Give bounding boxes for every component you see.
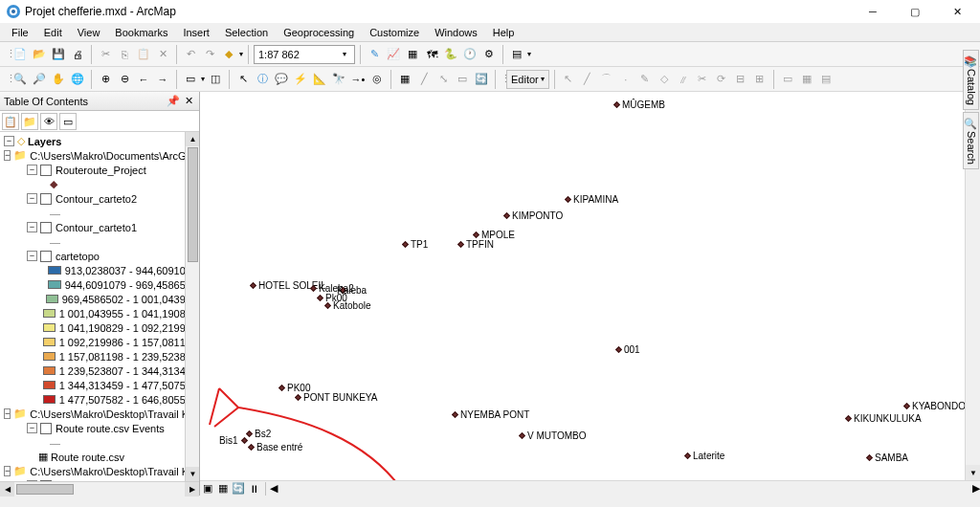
scale-input[interactable] [258, 49, 343, 60]
ed-cut-icon[interactable]: ✂ [694, 71, 711, 88]
fixed-zoom-in-icon[interactable]: ⊕ [97, 71, 114, 88]
map-point[interactable]: Bs2 [247, 431, 252, 436]
forward-icon[interactable]: → [154, 71, 171, 88]
copy-icon[interactable]: ⎘ [116, 46, 133, 63]
close-button[interactable]: ✕ [940, 2, 974, 21]
ed-attr-icon[interactable]: ▭ [779, 71, 796, 88]
map-point[interactable]: Base entré [249, 445, 254, 450]
menu-view[interactable]: View [72, 25, 106, 40]
save-icon[interactable]: 💾 [50, 46, 67, 63]
toc-tab-source[interactable]: 📁 [21, 113, 38, 130]
toc-scrollbar-h[interactable]: ◀ ▶ [0, 481, 199, 496]
select-icon[interactable]: ▭ [182, 71, 199, 88]
delete-icon[interactable]: ✕ [154, 46, 171, 63]
ed-rotate-icon[interactable]: ⟳ [713, 71, 730, 88]
map-point[interactable]: TPFIN [458, 242, 463, 247]
ed-edit-icon[interactable]: ✎ [636, 71, 654, 88]
catalog-icon[interactable]: ▦ [396, 71, 413, 88]
menu-geoprocessing[interactable]: Geoprocessing [278, 25, 360, 40]
htmlpopup-icon[interactable]: 💬 [273, 71, 290, 88]
map-view[interactable]: MÛGEMBKIPAMINAKIMPONTOMPOLETPFINTP1HOTEL… [200, 92, 980, 496]
ed-split-icon[interactable]: ⊟ [732, 71, 749, 88]
menu-selection[interactable]: Selection [219, 25, 274, 40]
expand-icon[interactable]: ⤡ [434, 71, 452, 88]
search-tab[interactable]: 🔍Search [963, 112, 979, 169]
measure-icon[interactable]: 📐 [311, 71, 328, 88]
map-scrollbar-h[interactable]: ▣ ▦ 🔄 ⏸ ◀ ▶ [200, 480, 980, 496]
map-point[interactable]: MPOLE [474, 232, 479, 237]
zoom-out-icon[interactable]: 🔎 [31, 71, 48, 88]
menu-insert[interactable]: Insert [177, 25, 215, 40]
toc-scrollbar-v[interactable]: ▲ ▼ [185, 132, 199, 481]
viewer-icon[interactable]: ◎ [368, 71, 386, 88]
catalog-tab[interactable]: 📚Catalog [963, 50, 979, 110]
minimize-button[interactable]: ─ [856, 2, 890, 21]
map-point[interactable]: V MUTOMBO [520, 433, 524, 438]
toc-scroll-thumb[interactable] [188, 147, 198, 262]
flash-icon[interactable]: ▭ [454, 71, 471, 88]
map-point[interactable]: Katobole [325, 303, 330, 308]
editor-toolbar-icon[interactable]: ✎ [366, 46, 383, 63]
goto-icon[interactable]: →• [349, 71, 367, 88]
paste-icon[interactable]: 📋 [135, 46, 152, 63]
map-point[interactable]: Laterite [685, 453, 690, 458]
open-icon[interactable]: 📂 [31, 46, 48, 63]
map-point[interactable]: MÛGEMB [614, 102, 619, 107]
menu-edit[interactable]: Edit [38, 25, 68, 40]
refresh-view-icon[interactable]: 🔄 [231, 481, 246, 496]
identify-icon[interactable]: ⓘ [254, 71, 271, 88]
map-point[interactable]: 001 [616, 347, 621, 352]
pause-drawing-icon[interactable]: ⏸ [246, 481, 261, 496]
ed-point-icon[interactable]: · [617, 71, 635, 88]
menu-file[interactable]: File [6, 25, 34, 40]
map-point[interactable]: Kaleba2 [311, 286, 316, 291]
ed-reshape-icon[interactable]: ⫽ [675, 71, 692, 88]
find-icon[interactable]: 🔭 [330, 71, 347, 88]
ed-merge-icon[interactable]: ⊞ [751, 71, 768, 88]
menu-bookmarks[interactable]: Bookmarks [109, 25, 173, 40]
map-point[interactable]: SAMBA [867, 455, 872, 460]
graph-icon[interactable]: 📈 [385, 46, 402, 63]
toc-tab-visibility[interactable]: 👁 [40, 113, 57, 130]
layout-view-icon[interactable]: ▦ [215, 481, 231, 496]
add-data-icon[interactable]: ◆ [220, 46, 237, 63]
menu-windows[interactable]: Windows [429, 25, 483, 40]
map-point[interactable]: KIMPONTO [504, 213, 509, 218]
editor-dropdown[interactable]: Editor ▾ [506, 70, 549, 89]
map-icon[interactable]: 🗺 [423, 46, 440, 63]
toc-tab-selection[interactable]: ▭ [59, 113, 77, 130]
pointer-icon[interactable]: ↖ [234, 71, 252, 88]
toc-pin-icon[interactable]: 📌 [167, 95, 180, 108]
zoom-in-icon[interactable]: 🔍 [11, 71, 29, 88]
toc-hscroll-thumb[interactable] [16, 484, 74, 495]
ed-vertex-icon[interactable]: ◇ [656, 71, 673, 88]
full-extent-icon[interactable]: 🌐 [69, 71, 86, 88]
ed-create-icon[interactable]: ▤ [817, 71, 835, 88]
cut-icon[interactable]: ✂ [97, 46, 114, 63]
clear-selection-icon[interactable]: ◫ [207, 71, 224, 88]
data-view-icon[interactable]: ▣ [200, 481, 215, 496]
swipe-icon[interactable]: ╱ [415, 71, 433, 88]
back-icon[interactable]: ← [135, 71, 152, 88]
ed-arrow-icon[interactable]: ↖ [560, 71, 577, 88]
model-icon[interactable]: ⚙ [480, 46, 498, 63]
hyperlink-icon[interactable]: ⚡ [292, 71, 309, 88]
toc-tree[interactable]: −◇Layers −📁C:\Users\Makro\Documents\ArcG… [0, 132, 199, 481]
map-point[interactable]: KIKUNKULUKA [846, 416, 851, 421]
map-point[interactable]: PK00 [279, 386, 284, 390]
map-point[interactable]: TP1 [403, 242, 408, 247]
redo-icon[interactable]: ↷ [201, 46, 218, 63]
menu-customize[interactable]: Customize [364, 25, 425, 40]
ed-arc-icon[interactable]: ⌒ [598, 71, 615, 88]
maximize-button[interactable]: ▢ [898, 2, 932, 21]
py-icon[interactable]: 🐍 [442, 46, 459, 63]
map-point[interactable]: KIPAMINA [566, 197, 570, 202]
fixed-zoom-out-icon[interactable]: ⊖ [116, 71, 133, 88]
toc-close-icon[interactable]: ✕ [182, 95, 195, 108]
table-icon[interactable]: ▦ [404, 46, 421, 63]
map-point[interactable]: PONT BUNKEYA [296, 395, 301, 400]
refresh-icon[interactable]: 🔄 [473, 71, 490, 88]
menu-help[interactable]: Help [487, 25, 521, 40]
map-point[interactable]: KYABONDO [904, 404, 909, 408]
ed-line-icon[interactable]: ╱ [579, 71, 596, 88]
